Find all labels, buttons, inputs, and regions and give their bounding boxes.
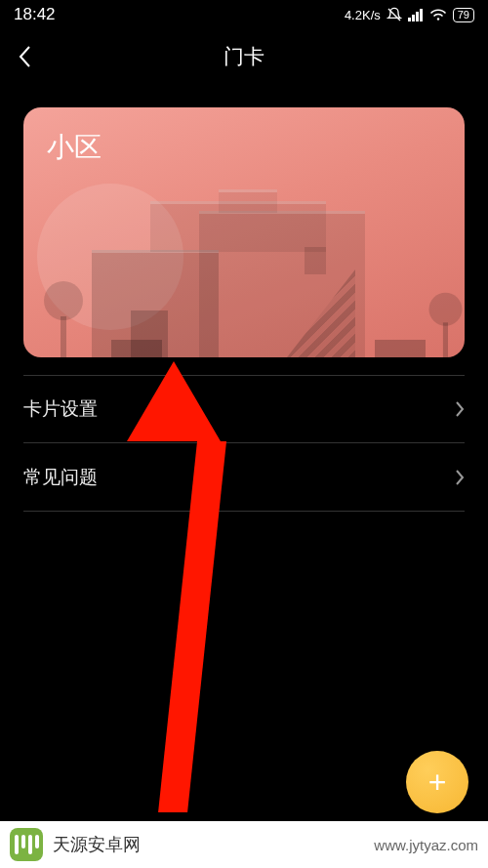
battery-indicator: 79 [453, 8, 474, 22]
watermark-brand: 天源安卓网 [53, 833, 141, 856]
list-item-faq[interactable]: 常见问题 [23, 443, 465, 512]
status-time: 18:42 [14, 5, 56, 24]
chevron-right-icon [455, 400, 465, 418]
watermark-bar: 天源安卓网 www.jytyaz.com [0, 821, 488, 868]
list-item-card-settings[interactable]: 卡片设置 [23, 375, 465, 443]
plus-icon: + [428, 765, 447, 801]
page-title: 门卡 [224, 43, 264, 70]
list-item-label: 卡片设置 [23, 396, 98, 422]
card-label: 小区 [47, 129, 102, 166]
status-right: 4.2K/s 79 [345, 7, 474, 22]
svg-rect-4 [420, 9, 423, 21]
back-button[interactable] [18, 45, 31, 68]
chevron-left-icon [18, 45, 31, 68]
status-bar: 18:42 4.2K/s 79 [0, 0, 488, 29]
list-item-label: 常见问题 [23, 465, 98, 490]
do-not-disturb-icon [386, 7, 402, 22]
settings-list: 卡片设置 常见问题 [23, 375, 465, 512]
add-card-button[interactable]: + [406, 751, 468, 813]
svg-rect-3 [416, 12, 419, 21]
door-card[interactable]: 小区 [23, 107, 465, 357]
status-speed: 4.2K/s [345, 8, 381, 22]
svg-rect-2 [412, 15, 415, 21]
header: 门卡 [0, 29, 488, 84]
svg-rect-1 [408, 18, 411, 21]
wifi-icon [429, 8, 447, 21]
signal-icon [408, 8, 424, 21]
watermark-url: www.jytyaz.com [374, 837, 478, 853]
chevron-right-icon [455, 469, 465, 486]
svg-point-5 [437, 18, 439, 20]
watermark-logo-icon [10, 828, 43, 861]
